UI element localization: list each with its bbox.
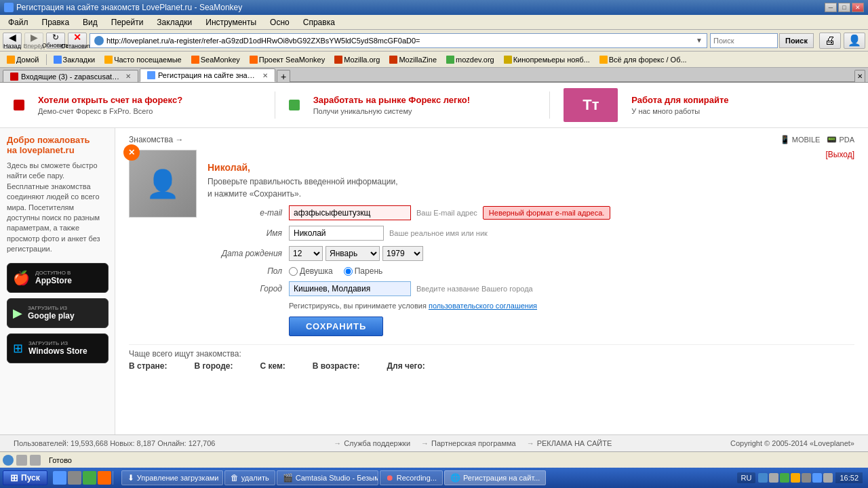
- bookmark-seamonkey-project[interactable]: Проект SeaMonkey: [245, 54, 329, 65]
- bookmark-frequent[interactable]: Часто посещаемые: [100, 54, 186, 65]
- dropdown-arrow-icon[interactable]: ▼: [696, 37, 703, 44]
- menu-osnov[interactable]: Осно: [264, 16, 295, 28]
- menu-tools[interactable]: Инструменты: [200, 16, 262, 28]
- search-col-city: В городе:: [194, 361, 233, 372]
- email-input[interactable]: [289, 205, 411, 220]
- gender-male-radio[interactable]: [344, 267, 353, 276]
- sidebar: Добро пожаловать на loveplanet.ru Здесь …: [0, 128, 115, 434]
- menu-go[interactable]: Перейти: [106, 16, 149, 28]
- start-button[interactable]: ⊞ Пуск: [3, 470, 47, 485]
- seamonkey-icon: [191, 56, 199, 64]
- tab-loveplanet[interactable]: Регистрация на сайте знакомств LovePlan.…: [140, 68, 275, 82]
- quick-launch-2[interactable]: [68, 471, 81, 485]
- ad2-link[interactable]: Заработать на рынке Форекс легко!: [313, 95, 536, 106]
- gender-male-label[interactable]: Парень: [344, 266, 383, 276]
- system-tray-icons: [758, 473, 833, 483]
- profile-info: Николай, Проверьте правильность введенно…: [208, 162, 854, 200]
- address-bar[interactable]: http://loveplanet.ru/a-register/refer-aG…: [90, 33, 707, 48]
- menu-edit[interactable]: Правка: [37, 16, 75, 28]
- browser-window: Регистрация на сайте знакомств LovePlane…: [0, 0, 868, 488]
- stop-button[interactable]: ✕ Остановить: [68, 33, 87, 49]
- taskbar-item-delete[interactable]: 🗑 удалить: [224, 470, 275, 485]
- tab-gmail[interactable]: Входящие (3) - zapascusatineprosit@gmail…: [3, 70, 138, 82]
- city-input[interactable]: [289, 281, 411, 296]
- camtasia-icon: 🎬: [283, 473, 293, 483]
- city-row: Город Введите название Вашего города: [208, 281, 854, 296]
- logout-area: [Выход]: [208, 150, 854, 159]
- pda-link[interactable]: 📟 PDA: [827, 135, 854, 144]
- dob-year-select[interactable]: 1979: [382, 246, 423, 261]
- tray-icon-6: [812, 473, 822, 483]
- footer-partner-link[interactable]: Партнерская программа: [421, 439, 516, 447]
- taskbar: ⊞ Пуск ⬇ Управление загрузками 🗑 удалить…: [0, 468, 868, 488]
- ad1: Хотели открыть счет на форекс? Демо-счет…: [38, 95, 261, 116]
- gender-female-radio[interactable]: [289, 267, 298, 276]
- bookmark-bookmarks-label: Закладки: [63, 56, 96, 64]
- footer-support-link[interactable]: Служба поддержки: [334, 439, 410, 447]
- close-button[interactable]: ✕: [852, 3, 864, 12]
- close-notification-button[interactable]: ✕: [854, 70, 865, 82]
- ad1-link[interactable]: Хотели открыть счет на форекс?: [38, 95, 261, 106]
- quick-launch-3[interactable]: [83, 471, 96, 485]
- page-body: Добро пожаловать на loveplanet.ru Здесь …: [0, 128, 868, 434]
- ad3-link[interactable]: Работа для копирайте: [631, 95, 854, 106]
- search-input[interactable]: [710, 33, 778, 48]
- taskbar-item-downloads[interactable]: ⬇ Управление загрузками: [121, 470, 223, 485]
- mobile-icon: 📱: [780, 135, 790, 144]
- footer-ads-link[interactable]: РЕКЛАМА НА САЙТЕ: [527, 439, 612, 447]
- title-bar-buttons[interactable]: ─ □ ✕: [825, 3, 864, 12]
- bookmark-mozillazine[interactable]: MozillaZine: [385, 54, 441, 65]
- bookmark-mozdev[interactable]: mozdev.org: [442, 54, 498, 65]
- tos-link[interactable]: пользовательского соглашения: [429, 302, 537, 310]
- windows-store-badge[interactable]: ⊞ ЗАГРУЗИТЬ ИЗ Windows Store: [7, 333, 108, 363]
- email-placeholder-hint: Ваш E-mail адрес: [416, 209, 477, 217]
- dob-label: Дата рождения: [208, 249, 289, 258]
- search-area: Поиск: [710, 33, 814, 48]
- language-indicator[interactable]: RU: [737, 472, 756, 483]
- quick-launch-ie[interactable]: [53, 471, 66, 485]
- bookmark-home[interactable]: Домой: [3, 54, 43, 65]
- minimize-button[interactable]: ─: [825, 3, 837, 12]
- save-button[interactable]: СОХРАНИТЬ: [289, 317, 383, 336]
- clock: 16:52: [835, 472, 863, 483]
- gender-female-label[interactable]: Девушка: [289, 266, 333, 276]
- quick-launch-4[interactable]: [98, 471, 111, 485]
- google-play-badge[interactable]: ▶ ЗАГРУЗИТЬ ИЗ Google play: [7, 298, 108, 328]
- name-row: Имя Ваше реальное имя или ник: [208, 226, 854, 241]
- logout-link[interactable]: [Выход]: [825, 150, 854, 159]
- menu-bookmarks[interactable]: Закладки: [151, 16, 197, 28]
- user-icon-button[interactable]: 👤: [844, 33, 865, 49]
- menu-file[interactable]: Файл: [3, 16, 34, 28]
- bookmark-seamonkey[interactable]: SeaMonkey: [187, 54, 244, 65]
- bookmark-kino[interactable]: Кинопремьеры нояб...: [500, 54, 594, 65]
- taskbar-item-camtasia[interactable]: 🎬 Camtasia Studio - Безым...: [277, 470, 378, 485]
- mozdev-icon: [446, 56, 454, 64]
- search-button[interactable]: Поиск: [779, 33, 814, 48]
- dob-month-select[interactable]: Январь: [326, 246, 380, 261]
- menu-help[interactable]: Справка: [298, 16, 340, 28]
- name-input[interactable]: [289, 226, 384, 241]
- new-tab-button[interactable]: +: [277, 70, 290, 82]
- tab-gmail-close[interactable]: ✕: [125, 73, 131, 80]
- ad3: Работа для копирайте У нас много работы: [631, 95, 854, 116]
- pda-icon: 📟: [827, 135, 837, 144]
- menu-view[interactable]: Вид: [77, 16, 103, 28]
- print-button[interactable]: 🖨: [819, 33, 841, 49]
- taskbar-item-recording[interactable]: ⏺ Recording...: [380, 470, 443, 485]
- forward-button[interactable]: ▶ Вперёд: [24, 33, 43, 49]
- ad3-banner[interactable]: Тт: [564, 88, 618, 122]
- mobile-link[interactable]: 📱 MOBILE: [780, 135, 821, 144]
- dob-day-select[interactable]: 12: [289, 246, 323, 261]
- taskbar-item-loveplanet[interactable]: 🌐 Регистрация на сайт...: [444, 470, 546, 485]
- bookmark-forex[interactable]: Всё для форекс / Об...: [595, 54, 691, 65]
- ad2: Заработать на рынке Форекс легко! Получи…: [313, 95, 536, 116]
- bookmark-bookmarks[interactable]: Закладки: [50, 54, 100, 65]
- tab-loveplanet-close[interactable]: ✕: [262, 72, 268, 79]
- separator: [46, 54, 47, 65]
- recording-icon: ⏺: [386, 473, 394, 483]
- maximize-button[interactable]: □: [838, 3, 850, 12]
- back-button[interactable]: ◀ Назад: [3, 33, 22, 49]
- appstore-badge[interactable]: 🍎 ДОСТУПНО В AppStore: [7, 263, 108, 293]
- bookmark-mozilla[interactable]: Mozilla.org: [330, 54, 384, 65]
- dob-row: Дата рождения 12 Январь: [208, 246, 854, 261]
